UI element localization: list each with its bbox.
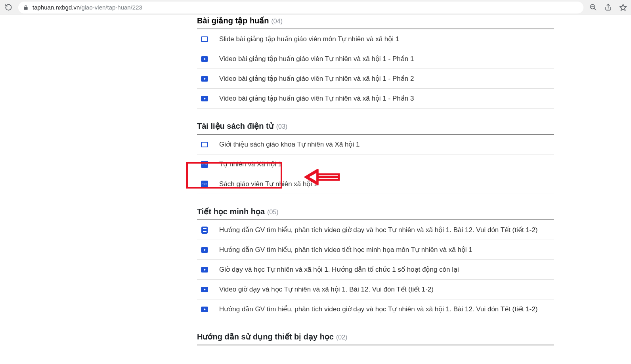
page: Bài giảng tập huấn(04)Slide bài giảng tậ…	[0, 15, 631, 345]
video-icon	[201, 287, 208, 292]
resource-item[interactable]: Video bài giảng tập huấn giáo viên Tự nh…	[197, 89, 554, 109]
section-count: (03)	[276, 123, 287, 130]
video-icon-wrap	[200, 56, 209, 62]
resource-item-label: Hướng dẫn GV tìm hiểu, phân tích video g…	[219, 226, 537, 234]
share-icon[interactable]	[604, 4, 612, 11]
reload-button[interactable]	[4, 3, 13, 12]
browser-toolbar: taphuan.nxbgd.vn/giao-vien/tap-huan/223	[0, 0, 631, 15]
resource-item-label: Video bài giảng tập huấn giáo viên Tự nh…	[219, 74, 414, 83]
svg-marker-4	[620, 4, 627, 10]
section-title: Bài giảng tập huấn	[197, 16, 269, 25]
resource-item-label: Giới thiệu sách giáo khoa Tự nhiên và Xã…	[219, 140, 359, 149]
doc-icon	[201, 227, 208, 234]
video-icon-wrap	[200, 267, 209, 273]
section-title: Tiết học minh họa	[197, 207, 265, 216]
svg-line-1	[594, 8, 596, 10]
doc-icon-wrap	[200, 227, 209, 234]
pdf-icon-wrap: PDF	[200, 181, 209, 188]
section-title: Hướng dẫn sử dụng thiết bị dạy học	[197, 332, 334, 341]
presentation-icon	[201, 36, 208, 42]
content-column: Bài giảng tập huấn(04)Slide bài giảng tậ…	[197, 15, 554, 345]
lock-icon	[23, 5, 29, 10]
resource-item-label: Hướng dẫn GV tìm hiểu, phân tích video t…	[219, 246, 472, 254]
resource-item[interactable]: Video giờ dạy và học Tự nhiên và xã hội …	[197, 280, 554, 299]
video-icon-wrap	[200, 287, 209, 292]
url-host: taphuan.nxbgd.vn	[33, 4, 80, 11]
pdf-icon: PDF	[201, 161, 208, 168]
resource-item[interactable]: Slide bài giảng tập huấn giáo viên môn T…	[197, 29, 554, 49]
section-count: (04)	[272, 18, 283, 25]
video-icon	[201, 307, 208, 312]
resource-item-label: Hướng dẫn GV tìm hiểu, phân tích video g…	[219, 305, 537, 313]
url-text: taphuan.nxbgd.vn/giao-vien/tap-huan/223	[33, 4, 142, 11]
address-bar[interactable]: taphuan.nxbgd.vn/giao-vien/tap-huan/223	[18, 2, 583, 13]
section-header: Hướng dẫn sử dụng thiết bị dạy học(02)	[197, 332, 554, 341]
presentation-icon-wrap	[200, 142, 209, 147]
video-icon-wrap	[200, 76, 209, 82]
video-icon-wrap	[200, 96, 209, 101]
pdf-icon-wrap: PDF	[200, 161, 209, 168]
url-path: /giao-vien/tap-huan/223	[80, 4, 142, 11]
section-title: Tài liệu sách điện tử	[197, 121, 274, 131]
resource-item[interactable]: Giới thiệu sách giáo khoa Tự nhiên và Xã…	[197, 135, 554, 154]
bookmark-star-icon[interactable]	[619, 4, 627, 11]
video-icon	[201, 247, 208, 253]
video-icon	[201, 267, 208, 273]
presentation-icon	[201, 142, 208, 147]
resource-item[interactable]: Giờ dạy và học Tự nhiên và xã hội 1. Hướ…	[197, 260, 554, 280]
resource-item-label: Video bài giảng tập huấn giáo viên Tự nh…	[219, 94, 414, 103]
section-header: Tài liệu sách điện tử(03)	[197, 121, 554, 131]
section-rule	[197, 345, 554, 345]
section-header-clipped: Bài giảng tập huấn(04)	[197, 15, 554, 25]
video-icon	[201, 56, 208, 62]
resource-item-label: Sách giáo viên Tự nhiên xã hội 1	[219, 180, 317, 188]
video-icon	[201, 96, 208, 101]
presentation-icon-wrap	[200, 36, 209, 42]
resource-item[interactable]: PDFSách giáo viên Tự nhiên xã hội 1	[197, 174, 554, 194]
resource-item-label: Tự nhiên và Xã hội 1	[219, 160, 282, 168]
resource-item[interactable]: Hướng dẫn GV tìm hiểu, phân tích video g…	[197, 299, 554, 319]
resource-item-label: Video bài giảng tập huấn giáo viên Tự nh…	[219, 55, 414, 63]
video-icon-wrap	[200, 247, 209, 253]
resource-item-label: Slide bài giảng tập huấn giáo viên môn T…	[219, 35, 399, 43]
resource-item[interactable]: Video bài giảng tập huấn giáo viên Tự nh…	[197, 49, 554, 69]
toolbar-right	[589, 4, 627, 11]
video-icon	[201, 76, 208, 82]
video-icon-wrap	[200, 307, 209, 312]
resource-item[interactable]: Video bài giảng tập huấn giáo viên Tự nh…	[197, 69, 554, 89]
section-header: Tiết học minh họa(05)	[197, 207, 554, 216]
section-count: (02)	[336, 334, 347, 341]
zoom-icon[interactable]	[589, 4, 597, 11]
resource-item-label: Giờ dạy và học Tự nhiên và xã hội 1. Hướ…	[219, 265, 459, 274]
pdf-icon: PDF	[201, 181, 208, 188]
resource-item-label: Video giờ dạy và học Tự nhiên và xã hội …	[219, 285, 434, 293]
resource-item[interactable]: Hướng dẫn GV tìm hiểu, phân tích video g…	[197, 220, 554, 240]
section-count: (05)	[267, 209, 278, 216]
resource-item[interactable]: PDFTự nhiên và Xã hội 1	[197, 154, 554, 174]
resource-item[interactable]: Hướng dẫn GV tìm hiểu, phân tích video t…	[197, 240, 554, 260]
